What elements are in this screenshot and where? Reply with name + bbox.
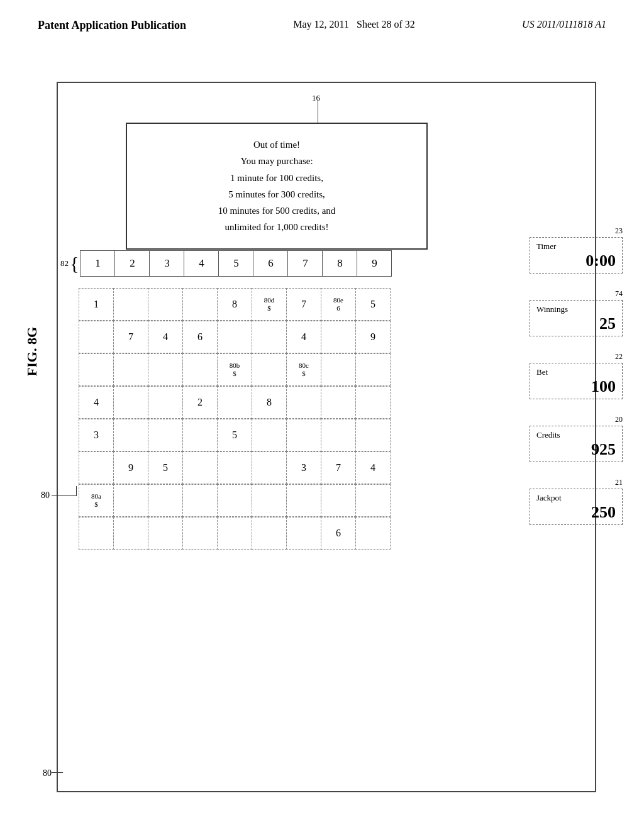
cell-r1-c9: 5 xyxy=(355,288,391,321)
cell-r1-c6-coin: 80d$ xyxy=(252,288,287,321)
grid-row-3: 80b$ 80c$ xyxy=(79,353,391,386)
cell-r7-c1-coin: 80a$ xyxy=(79,484,114,517)
grid-row-1: 1 8 80d$ 7 80e6 5 xyxy=(79,288,391,321)
cell-r5-c6 xyxy=(252,419,287,451)
cell-r8-c7 xyxy=(286,517,321,550)
cell-r7-c6 xyxy=(252,484,287,517)
popup-line-4: 5 minutes for 300 credits, xyxy=(146,186,408,202)
cell-r2-c1 xyxy=(79,321,114,353)
cell-r3-c7-coin: 80c$ xyxy=(286,353,321,386)
cell-r4-c6: 8 xyxy=(252,386,287,419)
grid-row-8: 6 xyxy=(79,517,391,550)
ref-16: 16 xyxy=(312,93,320,103)
cell-r3-c6 xyxy=(252,353,287,386)
cell-r6-c5 xyxy=(217,451,252,484)
cell-r7-c8 xyxy=(321,484,356,517)
cell-r2-c3: 4 xyxy=(148,321,183,353)
cell-r6-c1 xyxy=(79,451,114,484)
cell-r4-c1: 4 xyxy=(79,386,114,419)
cell-r6-c2: 9 xyxy=(113,451,148,484)
ref-22: 22 xyxy=(530,352,623,362)
cell-r2-c4: 6 xyxy=(182,321,218,353)
jackpot-label: Jackpot xyxy=(536,493,616,503)
ref-82-label: 82 xyxy=(60,258,69,268)
jackpot-box: Jackpot 250 xyxy=(530,489,623,525)
grid-row-6: 9 5 3 7 4 xyxy=(79,451,391,484)
jackpot-value: 250 xyxy=(536,503,616,522)
cell-r4-c4: 2 xyxy=(182,386,218,419)
winnings-label: Winnings xyxy=(536,304,616,314)
credits-value: 925 xyxy=(536,440,616,459)
cell-r4-c5 xyxy=(217,386,252,419)
ref-20: 20 xyxy=(530,415,623,424)
cell-r5-c5: 5 xyxy=(217,419,252,451)
cell-r8-c6 xyxy=(252,517,287,550)
popup-content: Out of time! You may purchase: 1 minute … xyxy=(146,136,408,236)
cell-r2-c7: 4 xyxy=(286,321,321,353)
cell-r3-c9 xyxy=(355,353,391,386)
grid-row-7: 80a$ xyxy=(79,484,391,517)
cell-r1-c5: 8 xyxy=(217,288,252,321)
cell-r5-c8 xyxy=(321,419,356,451)
credits-box: Credits 925 xyxy=(530,426,623,462)
timer-box: Timer 0:00 xyxy=(530,237,623,274)
num-cell-8: 8 xyxy=(322,250,357,277)
grid-row-4: 4 2 8 xyxy=(79,386,391,419)
cell-r6-c6 xyxy=(252,451,287,484)
number-row-area: 82 { 1 2 3 4 5 6 7 8 9 xyxy=(60,250,392,277)
popup-line-3: 1 minute for 100 credits, xyxy=(146,170,408,186)
date: May 12, 2011 xyxy=(293,19,349,30)
cell-r3-c3 xyxy=(148,353,183,386)
num-cell-4: 4 xyxy=(184,250,219,277)
ref-80-vert-line xyxy=(76,486,77,496)
cell-r2-c8 xyxy=(321,321,356,353)
bet-label: Bet xyxy=(536,367,616,377)
cell-r4-c7 xyxy=(286,386,321,419)
cell-r3-c5-coin: 80b$ xyxy=(217,353,252,386)
cell-r8-c5 xyxy=(217,517,252,550)
cell-r8-c2 xyxy=(113,517,148,550)
cell-r5-c2 xyxy=(113,419,148,451)
cell-r4-c8 xyxy=(321,386,356,419)
figure-label: FIG. 8G xyxy=(24,327,40,376)
num-cell-1: 1 xyxy=(80,250,115,277)
winnings-value: 25 xyxy=(536,314,616,333)
ref-21: 21 xyxy=(530,478,623,487)
cell-r1-c2 xyxy=(113,288,148,321)
cell-r5-c1: 3 xyxy=(79,419,114,451)
cell-r1-c1: 1 xyxy=(79,288,114,321)
popup-line-5: 10 minutes for 500 credits, and xyxy=(146,202,408,219)
cell-r8-c3 xyxy=(148,517,183,550)
ref-80-label: 80 xyxy=(43,768,52,778)
cell-r8-c4 xyxy=(182,517,218,550)
num-cell-9: 9 xyxy=(357,250,392,277)
cell-r3-c4 xyxy=(182,353,218,386)
popup-line-6: unlimited for 1,000 credits! xyxy=(146,219,408,235)
page-header: Patent Application Publication May 12, 2… xyxy=(0,19,644,32)
cell-r6-c9: 4 xyxy=(355,451,391,484)
ref-80-horiz-line xyxy=(52,495,77,496)
cell-r1-c3 xyxy=(148,288,183,321)
patent-number: US 2011/0111818 A1 xyxy=(522,19,606,30)
ref-82-brace: { xyxy=(70,254,79,273)
timer-panel: 23 Timer 0:00 xyxy=(530,226,623,274)
ref-74: 74 xyxy=(530,289,623,299)
ref-80-text: 80 xyxy=(41,490,50,501)
grid-row-5: 3 5 xyxy=(79,419,391,451)
cell-r7-c9 xyxy=(355,484,391,517)
cell-r5-c9 xyxy=(355,419,391,451)
cell-r2-c9: 9 xyxy=(355,321,391,353)
num-cell-7: 7 xyxy=(287,250,323,277)
publication-title: Patent Application Publication xyxy=(38,19,186,32)
cell-r3-c1 xyxy=(79,353,114,386)
bet-panel: 22 Bet 100 xyxy=(530,352,623,399)
cell-r7-c7 xyxy=(286,484,321,517)
num-cell-6: 6 xyxy=(253,250,288,277)
cell-r7-c3 xyxy=(148,484,183,517)
ref-23: 23 xyxy=(530,226,623,236)
cell-r6-c4 xyxy=(182,451,218,484)
timer-label: Timer xyxy=(536,241,616,252)
cell-r1-c7: 7 xyxy=(286,288,321,321)
cell-r6-c8: 7 xyxy=(321,451,356,484)
num-cell-5: 5 xyxy=(218,250,253,277)
